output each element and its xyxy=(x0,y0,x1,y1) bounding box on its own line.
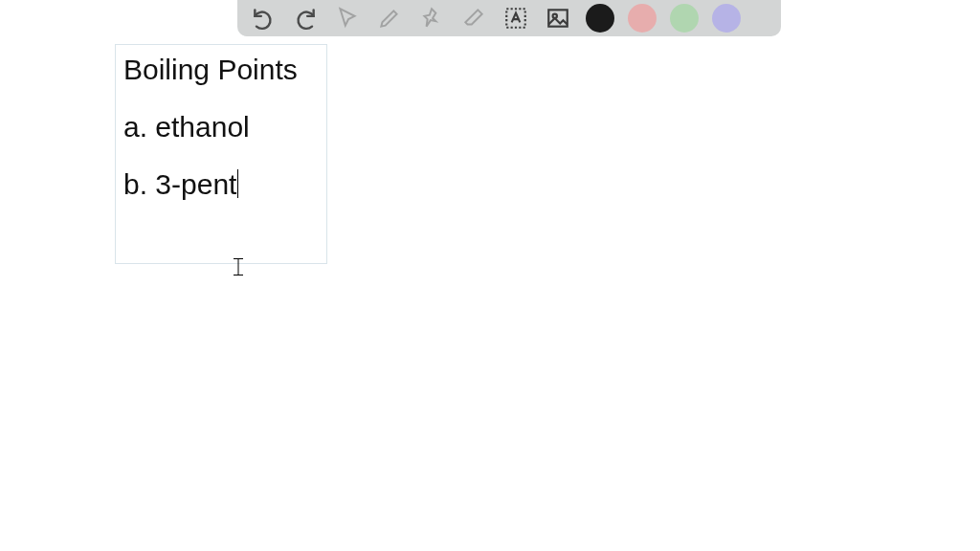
image-tool-icon[interactable] xyxy=(544,4,572,33)
color-purple[interactable] xyxy=(712,4,741,33)
text-box[interactable]: Boiling Points a. ethanol b. 3-pent xyxy=(115,44,327,264)
color-black[interactable] xyxy=(586,4,614,33)
drawing-toolbar xyxy=(237,0,781,36)
text-line-b: b. 3-pent xyxy=(123,167,319,202)
color-red[interactable] xyxy=(628,4,657,33)
pointer-icon[interactable] xyxy=(333,4,362,33)
text-caret xyxy=(237,169,238,198)
color-green[interactable] xyxy=(670,4,699,33)
svg-rect-1 xyxy=(548,10,568,26)
text-tool-icon[interactable] xyxy=(501,4,530,33)
eraser-icon[interactable] xyxy=(459,4,488,33)
text-title: Boiling Points xyxy=(123,53,319,87)
undo-icon[interactable] xyxy=(249,4,278,33)
pin-icon[interactable] xyxy=(417,4,446,33)
text-line-a: a. ethanol xyxy=(123,110,319,144)
redo-icon[interactable] xyxy=(291,4,320,33)
pen-icon[interactable] xyxy=(375,4,404,33)
